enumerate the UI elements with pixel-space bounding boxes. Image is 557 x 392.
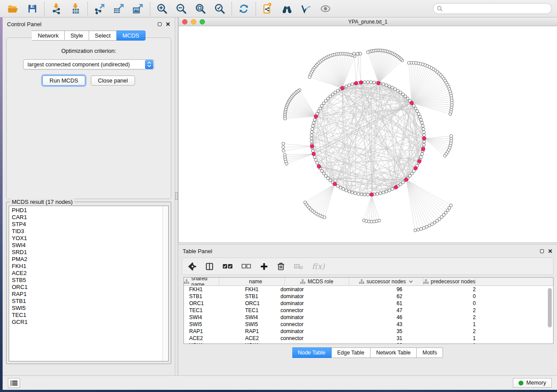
run-mcds-button[interactable]: Run MCDS [42, 76, 85, 86]
mcds-result-node[interactable]: STP4 [12, 221, 163, 228]
deselect-all-icon [242, 263, 251, 269]
mcds-result-node[interactable]: FKH1 [12, 263, 163, 270]
table-column-header[interactable]: successor nodes [349, 278, 423, 285]
criterion-select[interactable]: largest connected component (undirected) [23, 59, 154, 69]
select-all-button[interactable] [222, 263, 233, 270]
mcds-result-node[interactable]: CAR1 [12, 214, 163, 221]
zoom-out-button[interactable] [175, 3, 187, 15]
mcds-result-node[interactable]: SRD1 [12, 249, 163, 256]
table-body: FKH1 FKH1 dominator 96 2 STB1 STB1 domin… [184, 286, 553, 344]
import-table-button[interactable] [69, 3, 82, 15]
memory-label: Memory [526, 380, 546, 386]
float-panel-icon[interactable] [540, 249, 544, 253]
save-session-button[interactable] [26, 3, 38, 15]
delete-column-button[interactable] [277, 262, 285, 271]
search-field [433, 3, 552, 14]
main-toolbar [0, 0, 557, 17]
table-tab[interactable]: Edge Table [332, 347, 370, 358]
network-document-button[interactable] [262, 3, 274, 15]
control-panel-tab[interactable]: Select [89, 31, 117, 41]
save-session-icon [27, 3, 38, 14]
table-scrollbar[interactable] [547, 287, 552, 342]
mcds-result-node[interactable]: STB5 [12, 277, 163, 284]
function-builder-button[interactable]: f(x) [312, 262, 325, 271]
table-tab[interactable]: Node Table [292, 347, 332, 358]
float-panel-icon[interactable] [158, 22, 162, 26]
table-column-header[interactable]: MCDS role [285, 278, 349, 285]
control-panel-tab[interactable]: MCDS [117, 31, 145, 41]
mcds-result-node[interactable]: SWI4 [12, 242, 163, 249]
mcds-panel: Optimization criterion: largest connecte… [6, 38, 171, 199]
table-column-header[interactable]: name [219, 278, 285, 285]
splitter-grip[interactable] [175, 192, 178, 200]
zoom-fit-button[interactable] [194, 3, 207, 15]
table-column-header[interactable]: predecessor nodes [423, 278, 476, 285]
hide-details-icon [300, 3, 312, 14]
zoom-in-button[interactable] [156, 3, 168, 15]
mcds-result-node[interactable]: TEC1 [12, 312, 163, 319]
deselect-all-button[interactable] [242, 263, 251, 269]
table-column-header[interactable]: shared name [184, 278, 219, 285]
table-row[interactable]: TEC1 TEC1 connector 47 2 [184, 307, 553, 314]
add-column-button[interactable] [260, 262, 268, 271]
table-row[interactable]: YOX1 YOX1 connector 29 1 [184, 342, 553, 344]
desktop-wallpaper-bottom [0, 390, 557, 392]
mcds-result-node[interactable]: PMA2 [12, 256, 163, 263]
task-history-button[interactable] [8, 378, 20, 388]
show-details-button[interactable] [319, 3, 332, 15]
table-tab[interactable]: Motifs [417, 347, 443, 358]
refresh-button[interactable] [238, 3, 250, 15]
mcds-result-node[interactable]: ORC1 [12, 284, 163, 291]
table-row[interactable]: ACE2 ACE2 connector 31 1 [184, 335, 553, 342]
table-row[interactable]: STB1 STB1 dominator 62 0 [184, 293, 553, 300]
table-row[interactable]: ORC1 ORC1 dominator 61 0 [184, 300, 553, 307]
network-column-icon [300, 279, 305, 284]
mcds-result-node[interactable]: SWI5 [12, 305, 163, 312]
table-row[interactable]: SWI4 SWI4 dominator 46 2 [184, 314, 553, 321]
export-image-button[interactable] [132, 3, 144, 15]
memory-status-icon [519, 381, 523, 385]
network-document-icon [262, 3, 273, 14]
network-canvas[interactable] [179, 26, 557, 242]
show-details-icon [319, 3, 332, 14]
table-row[interactable]: FKH1 FKH1 dominator 96 2 [184, 286, 553, 293]
mcds-result-node[interactable]: YOX1 [12, 235, 163, 242]
delete-table-icon [294, 263, 303, 270]
mcds-result-node[interactable]: ACE2 [12, 270, 163, 277]
mcds-result-title: MCDS result (17 nodes) [10, 199, 74, 205]
open-file-button[interactable] [7, 3, 19, 15]
add-column-icon [260, 262, 268, 271]
mcds-result-list: PHD1 CAR1 STP4 TID3 YOX1 SWI4 SRD1 [9, 206, 169, 361]
network-window-titlebar: YPA_prune.txt_1 [179, 17, 557, 26]
mcds-list-scrollbar[interactable] [163, 206, 168, 361]
table-scrollbar-thumb[interactable] [548, 288, 552, 327]
table-row[interactable]: RAP1 RAP1 dominator 35 2 [184, 328, 553, 335]
mcds-result-node[interactable]: TID3 [12, 228, 163, 235]
memory-button[interactable]: Memory [513, 378, 552, 388]
control-panel: Control Panel ✕ Network Style Select MCD… [3, 17, 175, 375]
split-column-button[interactable] [205, 262, 214, 271]
mcds-result-node[interactable]: RAP1 [12, 291, 163, 298]
binoculars-button[interactable] [281, 3, 293, 15]
mcds-result-node[interactable]: GCR1 [12, 319, 163, 326]
gear-button[interactable] [188, 262, 197, 271]
export-table-button[interactable] [113, 3, 125, 15]
mcds-result-node[interactable]: PHD1 [12, 207, 163, 214]
control-panel-tab[interactable]: Network [32, 31, 65, 41]
table-tab[interactable]: Network Table [370, 347, 417, 358]
vertical-splitter[interactable] [175, 17, 178, 375]
binoculars-icon [281, 3, 293, 14]
import-network-button[interactable] [50, 3, 62, 15]
hide-details-button[interactable] [300, 3, 312, 15]
control-panel-tab[interactable]: Style [65, 31, 89, 41]
export-network-button[interactable] [93, 3, 106, 15]
zoom-selected-button[interactable] [214, 3, 226, 15]
close-panel-icon[interactable]: ✕ [548, 249, 553, 253]
delete-table-button[interactable] [294, 263, 303, 270]
network-graph[interactable] [179, 26, 557, 242]
close-panel-button[interactable]: Close panel [91, 76, 135, 86]
search-input[interactable] [445, 5, 548, 12]
table-row[interactable]: SWI5 SWI5 connector 43 1 [184, 321, 553, 328]
close-panel-icon[interactable]: ✕ [166, 22, 170, 26]
mcds-result-node[interactable]: STB1 [12, 298, 163, 305]
